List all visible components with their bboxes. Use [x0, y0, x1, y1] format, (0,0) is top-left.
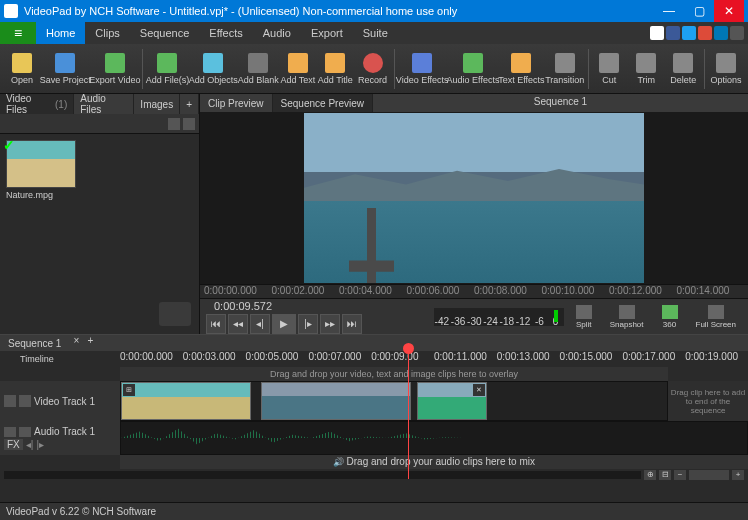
audio-effects-button[interactable]: Audio Effects: [448, 51, 498, 87]
overlay-drop-hint[interactable]: Drag and drop your video, text and image…: [120, 367, 668, 381]
tab-images[interactable]: Images: [134, 94, 180, 114]
toolbar: Open Save Project Export Video Add File(…: [0, 44, 748, 94]
list-view-icon[interactable]: [183, 118, 195, 130]
add-seq-button[interactable]: +: [83, 335, 97, 351]
close-seq-button[interactable]: ×: [69, 335, 83, 351]
lock-icon[interactable]: [19, 395, 31, 407]
step-back-button[interactable]: ◂|: [250, 314, 270, 334]
trim-button[interactable]: Trim: [628, 51, 664, 87]
tab-effects[interactable]: Effects: [199, 22, 252, 44]
mute-icon[interactable]: [19, 427, 31, 437]
end-drop-hint[interactable]: Drag clip here to add to end of the sequ…: [668, 381, 748, 421]
scrollbar-track[interactable]: [4, 471, 641, 479]
video-clip[interactable]: ✕: [417, 382, 487, 420]
audio-track: Audio Track 1 FX◂||▸: [0, 421, 748, 455]
tab-sequence[interactable]: Sequence: [130, 22, 200, 44]
snapshot-button[interactable]: Snapshot: [604, 303, 650, 331]
tab-audio-files[interactable]: Audio Files: [74, 94, 134, 114]
tab-audio[interactable]: Audio: [253, 22, 301, 44]
add-blank-button[interactable]: Add Blank: [238, 51, 279, 87]
prev-frame-button[interactable]: ◂◂: [228, 314, 248, 334]
next-frame-button[interactable]: ▸▸: [320, 314, 340, 334]
add-text-button[interactable]: Add Text: [280, 51, 316, 87]
audio-meter: -42-36-30-24-18-12-60: [434, 308, 564, 326]
fx-badge[interactable]: ⊞: [123, 384, 135, 396]
video-clip[interactable]: ⊞: [121, 382, 251, 420]
video-track-content[interactable]: ⊞ ✕: [120, 381, 668, 421]
collapse-icon[interactable]: [4, 427, 16, 437]
bin-tools: [0, 114, 199, 134]
tab-video-files[interactable]: Video Files (1): [0, 94, 74, 114]
record-button[interactable]: Record: [355, 51, 391, 87]
goto-end-button[interactable]: ⏭: [342, 314, 362, 334]
preview-pane: Clip Preview Sequence Preview Sequence 1…: [200, 94, 748, 334]
playback-controls: 0:00:09.572 ⏮ ◂◂ ◂| ▶ |▸ ▸▸ ⏭ -42-36-30-…: [200, 298, 748, 334]
thumbs-icon[interactable]: [650, 26, 664, 40]
facebook-icon[interactable]: [666, 26, 680, 40]
app-icon: [4, 4, 18, 18]
export-video-button[interactable]: Export Video: [91, 51, 140, 87]
minimize-button[interactable]: —: [654, 0, 684, 22]
step-fwd-button[interactable]: |▸: [298, 314, 318, 334]
tab-home[interactable]: Home: [36, 22, 85, 44]
delete-button[interactable]: Delete: [665, 51, 701, 87]
360-button[interactable]: 360: [656, 303, 684, 331]
preview-viewport[interactable]: [200, 112, 748, 284]
goto-start-button[interactable]: ⏮: [206, 314, 226, 334]
video-track-header[interactable]: Video Track 1: [0, 381, 120, 421]
linkedin-icon[interactable]: [714, 26, 728, 40]
tab-suite[interactable]: Suite: [353, 22, 398, 44]
google-icon[interactable]: [698, 26, 712, 40]
add-title-button[interactable]: Add Title: [317, 51, 353, 87]
fx-button[interactable]: FX: [4, 439, 23, 450]
video-clip[interactable]: [261, 382, 411, 420]
transition-badge[interactable]: ✕: [473, 384, 485, 396]
zoom-marker-icon[interactable]: ⊕: [644, 470, 656, 480]
window-title: VideoPad by NCH Software - Untitled.vpj*…: [24, 5, 654, 17]
close-button[interactable]: ✕: [714, 0, 744, 22]
play-button[interactable]: ▶: [272, 314, 296, 334]
waveform: [121, 422, 501, 454]
menubar: ≡ Home Clips Sequence Effects Audio Expo…: [0, 22, 748, 44]
text-effects-button[interactable]: Text Effects: [499, 51, 544, 87]
thumbnail-image: [6, 140, 76, 188]
timeline: Sequence 1 × + Timeline 0:00:00.0000:00:…: [0, 334, 748, 502]
playhead[interactable]: [408, 349, 409, 479]
maximize-button[interactable]: ▢: [684, 0, 714, 22]
audio-track-header[interactable]: Audio Track 1 FX◂||▸: [0, 421, 120, 455]
help-icon[interactable]: [730, 26, 744, 40]
collapse-icon[interactable]: [4, 395, 16, 407]
status-bar: VideoPad v 6.22 © NCH Software: [0, 502, 748, 520]
zoom-fit-icon[interactable]: ⊟: [659, 470, 671, 480]
open-button[interactable]: Open: [4, 51, 40, 87]
timeline-ruler[interactable]: 0:00:00.0000:00:03.0000:00:05.0000:00:07…: [120, 351, 748, 367]
transition-button[interactable]: Transition: [545, 51, 585, 87]
hamburger-menu[interactable]: ≡: [0, 22, 36, 44]
zoom-in-icon[interactable]: +: [732, 470, 744, 480]
fullscreen-button[interactable]: Full Screen: [690, 303, 742, 331]
timeline-scrollbar: ⊕ ⊟ − +: [0, 469, 748, 481]
save-project-button[interactable]: Save Project: [41, 51, 90, 87]
zoom-out-icon[interactable]: −: [674, 470, 686, 480]
grid-view-icon[interactable]: [168, 118, 180, 130]
add-objects-button[interactable]: Add Objects: [190, 51, 237, 87]
split-button[interactable]: Split: [570, 303, 598, 331]
options-button[interactable]: Options: [708, 51, 744, 87]
media-thumbnail[interactable]: Nature.mpg: [6, 140, 76, 200]
preview-image: [304, 113, 644, 283]
video-effects-button[interactable]: Video Effects: [397, 51, 447, 87]
add-files-button[interactable]: Add File(s): [146, 51, 189, 87]
cut-button[interactable]: Cut: [591, 51, 627, 87]
tab-clip-preview[interactable]: Clip Preview: [200, 94, 273, 112]
titlebar: VideoPad by NCH Software - Untitled.vpj*…: [0, 0, 748, 22]
sequence-tab[interactable]: Sequence 1: [0, 335, 69, 351]
preview-ruler[interactable]: 0:00:00.0000:00:02.0000:00:04.0000:00:06…: [200, 284, 748, 298]
twitter-icon[interactable]: [682, 26, 696, 40]
audio-mix-hint[interactable]: 🔊 Drag and drop your audio clips here to…: [120, 455, 748, 469]
add-tab-button[interactable]: +: [180, 94, 199, 114]
tab-export[interactable]: Export: [301, 22, 353, 44]
tab-clips[interactable]: Clips: [85, 22, 129, 44]
tab-sequence-preview[interactable]: Sequence Preview: [273, 94, 373, 112]
zoom-slider[interactable]: [689, 470, 729, 480]
audio-track-content[interactable]: [120, 421, 748, 455]
